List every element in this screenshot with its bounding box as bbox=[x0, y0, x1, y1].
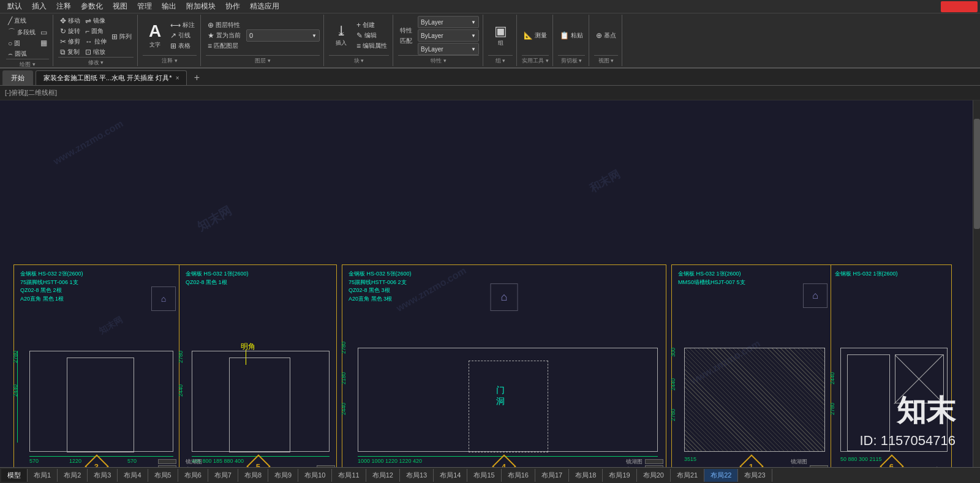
array-btn[interactable]: ⊞ 阵列 bbox=[110, 32, 134, 42]
panel-3-area: 金钢板 HS-032 2张(2600) 75踢脚线HSTT-006 1支 QZ0… bbox=[14, 265, 179, 467]
match-layer-btn[interactable]: ≡ 匹配图层 bbox=[206, 41, 243, 51]
annotation-section-label[interactable]: 注释 ▾ bbox=[143, 55, 197, 65]
menu-insert[interactable]: 插入 bbox=[27, 0, 51, 13]
measure-btn[interactable]: 📐 测量 bbox=[522, 31, 549, 40]
insert-btn[interactable]: ⤓ 插入 bbox=[329, 23, 353, 48]
rotate-btn[interactable]: ↻ 旋转 bbox=[58, 26, 82, 36]
tab-model[interactable]: 模型 bbox=[1, 469, 28, 482]
tab-layout15[interactable]: 布局15 bbox=[467, 469, 501, 482]
view-1b: 立面图 bbox=[791, 466, 807, 467]
tab-layout10[interactable]: 布局10 bbox=[298, 469, 332, 482]
polyline-btn[interactable]: ⌒ 多段线 bbox=[6, 26, 37, 38]
dimension-btn[interactable]: ⟷ 标注 bbox=[168, 20, 197, 30]
menu-addons[interactable]: 附加模块 bbox=[181, 0, 221, 13]
layer-section-label[interactable]: 图层 ▾ bbox=[206, 55, 320, 65]
ribbon-annotation-section: A 文字 ⟷ 标注 ↗ 引线 ⊞ 表格 bbox=[139, 15, 201, 66]
scroll-thumb[interactable] bbox=[974, 119, 980, 229]
menu-view[interactable]: 视图 bbox=[108, 0, 132, 13]
tab-layout7[interactable]: 布局7 bbox=[208, 469, 238, 482]
bylayer-dd-1[interactable]: ByLayer ▼ bbox=[418, 16, 479, 28]
tab-layout9[interactable]: 布局9 bbox=[268, 469, 298, 482]
edit-attr-btn[interactable]: ≡ 编辑属性 bbox=[355, 41, 389, 51]
canvas-wrapper[interactable]: www.znzmo.com 知末网 www.znzmo.com 和末网 知末网 … bbox=[0, 100, 980, 467]
props-section-label[interactable]: 特性 ▾ bbox=[398, 55, 479, 65]
tab-layout22[interactable]: 布局22 bbox=[704, 469, 738, 482]
tab-layout2[interactable]: 布局2 bbox=[58, 469, 88, 482]
tab-layout4[interactable]: 布局4 bbox=[118, 469, 148, 482]
tab-layout21[interactable]: 布局21 bbox=[671, 469, 704, 482]
canvas-area[interactable]: www.znzmo.com 知末网 www.znzmo.com 和末网 知末网 … bbox=[0, 100, 980, 467]
tab-layout14[interactable]: 布局14 bbox=[434, 469, 467, 482]
tab-layout8[interactable]: 布局8 bbox=[238, 469, 268, 482]
group-btn[interactable]: ▣ 组 bbox=[488, 23, 513, 48]
tab-layout12[interactable]: 布局12 bbox=[366, 469, 400, 482]
tab-start[interactable]: 开始 bbox=[2, 70, 33, 85]
menu-default[interactable]: 默认 bbox=[2, 0, 27, 13]
trim-btn[interactable]: ✂ 修剪 bbox=[58, 37, 82, 47]
tab-layout19[interactable]: 布局19 bbox=[603, 469, 636, 482]
group-section-label[interactable]: 组 ▾ bbox=[488, 55, 513, 65]
menu-output[interactable]: 输出 bbox=[157, 0, 181, 13]
layer-dropdown[interactable]: 0 ▼ bbox=[246, 29, 320, 42]
modify-section-label[interactable]: 修改 ▾ bbox=[58, 57, 134, 67]
bylayer-dd-2[interactable]: ByLayer ▼ bbox=[418, 29, 479, 42]
props-btn[interactable]: 特性 bbox=[398, 26, 414, 36]
tab-layout5[interactable]: 布局5 bbox=[148, 469, 178, 482]
table-btn[interactable]: ⊞ 表格 bbox=[168, 41, 197, 51]
view-1a: 镜湖图 bbox=[791, 458, 807, 466]
tab-layout3[interactable]: 布局3 bbox=[88, 469, 118, 482]
tab-layout11[interactable]: 布局11 bbox=[332, 469, 366, 482]
tab-main-file[interactable]: 家装全套施工图纸 平...水电 开关插座 灯具* × bbox=[36, 70, 187, 85]
tab-close-icon[interactable]: × bbox=[176, 75, 179, 81]
utils-section-label[interactable]: 实用工具 ▾ bbox=[522, 55, 549, 65]
mirror-btn[interactable]: ⇌ 镜像 bbox=[83, 16, 108, 26]
draw-section-label[interactable]: 绘图 ▾ bbox=[6, 59, 49, 69]
menu-parametric[interactable]: 参数化 bbox=[76, 0, 108, 13]
menu-manage[interactable]: 管理 bbox=[132, 0, 157, 13]
tab-layout18[interactable]: 布局18 bbox=[569, 469, 603, 482]
bylayer-dd-3[interactable]: ByLayer ▼ bbox=[418, 43, 479, 55]
tab-layout23[interactable]: 布局23 bbox=[738, 469, 772, 482]
create-block-btn[interactable]: + 创建 bbox=[355, 20, 389, 30]
match-props-btn[interactable]: 匹配 bbox=[398, 36, 414, 46]
hatch-btn[interactable]: ▦ bbox=[39, 38, 49, 48]
tab-layout20[interactable]: 布局20 bbox=[637, 469, 671, 482]
menu-collaborate[interactable]: 协作 bbox=[221, 0, 245, 13]
basepoint-btn[interactable]: ⊕ 基点 bbox=[594, 31, 618, 40]
block-section-label[interactable]: 块 ▾ bbox=[329, 55, 389, 65]
tab-add-btn[interactable]: + bbox=[189, 70, 204, 85]
number-diamond-5-wrapper: 5 bbox=[250, 458, 267, 467]
small-rects-5 bbox=[317, 465, 335, 467]
circle-btn[interactable]: ○ 圆 bbox=[6, 39, 37, 48]
menu-annotate[interactable]: 注释 bbox=[51, 0, 76, 13]
clipboard-section-label[interactable]: 剪切板 ▾ bbox=[558, 55, 585, 65]
edit-icon: ✎ bbox=[356, 31, 363, 40]
rect-icon: ▭ bbox=[40, 28, 47, 37]
set-current-btn[interactable]: ★ 置为当前 bbox=[206, 31, 243, 40]
paste-btn[interactable]: 📋 粘贴 bbox=[558, 31, 585, 40]
vertical-scrollbar[interactable] bbox=[973, 100, 980, 467]
move-btn[interactable]: ✥ 移动 bbox=[58, 16, 82, 26]
fillet-btn[interactable]: ⌐ 圆角 bbox=[83, 26, 108, 36]
copy-btn[interactable]: ⧉ 复制 bbox=[58, 47, 82, 57]
text-btn[interactable]: A 文字 bbox=[143, 21, 167, 50]
stretch-btn[interactable]: ↔ 拉伸 bbox=[83, 37, 108, 47]
rectangle-btn[interactable]: ▭ bbox=[39, 28, 49, 37]
scale-btn[interactable]: ⊡ 缩放 bbox=[83, 47, 108, 57]
tab-layout13[interactable]: 布局13 bbox=[400, 469, 434, 482]
edit-block-btn[interactable]: ✎ 编辑 bbox=[355, 31, 389, 40]
layer-props-btn[interactable]: ⊕ 图层特性 bbox=[206, 20, 243, 30]
menu-featured[interactable]: 精选应用 bbox=[245, 0, 284, 13]
tab-layout1[interactable]: 布局1 bbox=[28, 469, 58, 482]
tab-layout17[interactable]: 布局17 bbox=[535, 469, 569, 482]
view-section-label[interactable]: 视图 ▾ bbox=[594, 55, 618, 65]
tab-layout6[interactable]: 布局6 bbox=[178, 469, 208, 482]
leader-btn[interactable]: ↗ 引线 bbox=[168, 31, 197, 40]
trim-icon: ✂ bbox=[60, 37, 66, 46]
arc-btn[interactable]: ⌢ 圆弧 bbox=[6, 49, 37, 59]
line-btn[interactable]: ╱ 直线 bbox=[6, 16, 37, 26]
panel-cluster-left: 金钢板 HS-032 2张(2600) 75踢脚线HSTT-006 1支 QZ0… bbox=[13, 264, 337, 467]
ribbon-utils-section: 📐 测量 实用工具 ▾ bbox=[518, 15, 553, 66]
tab-layout16[interactable]: 布局16 bbox=[502, 469, 535, 482]
viewport-header: [-]俯视][二维线框] bbox=[0, 86, 980, 100]
